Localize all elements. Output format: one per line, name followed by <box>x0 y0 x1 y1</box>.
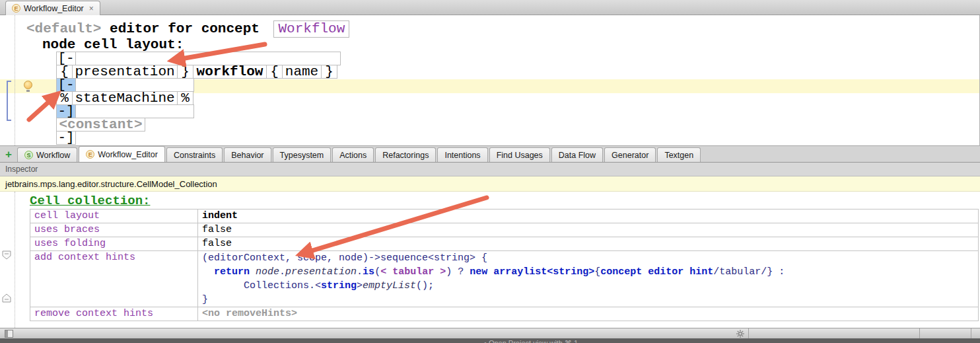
code-line: Collections.<string>emptyList(); <box>202 279 974 293</box>
code-line: } <box>202 293 974 307</box>
cell-empty[interactable] <box>75 52 341 65</box>
code-line: (editorContext, scope, node)->sequence<s… <box>202 251 974 265</box>
code-token: (editorContext, scope, node)->sequence<s… <box>202 252 487 264</box>
code-token: } <box>202 294 208 305</box>
inspector-gutter <box>15 192 15 328</box>
aspect-tab-generator[interactable]: Generator <box>604 147 656 162</box>
aspect-tab-textgen[interactable]: Textgen <box>657 147 701 162</box>
concept-reference[interactable]: Workflow <box>273 20 349 38</box>
aspect-tab-constraints[interactable]: Constraints <box>166 147 223 162</box>
prop-add-context-hints-label: add context hints <box>30 250 198 307</box>
new-arraylist-keyword: new arraylist<string> <box>470 266 594 278</box>
bottom-hint-strip: • Open Project view with ⌘ 1 <box>0 338 980 343</box>
aspect-tab-find-usages[interactable]: Find Usages <box>489 147 550 162</box>
tab-label: Behavior <box>231 151 263 160</box>
cell-workflow-keyword[interactable]: workflow <box>193 65 267 79</box>
tab-label: Actions <box>339 151 367 160</box>
cell-brace-open2[interactable]: { <box>266 65 283 79</box>
cell-close-inner-selected[interactable]: -] <box>56 104 76 118</box>
aspect-tab-workflow[interactable]: S Workflow <box>17 147 77 162</box>
intention-bulb-icon[interactable] <box>24 81 32 89</box>
selection-scope-bracket <box>7 81 11 121</box>
background-tasks-icon[interactable] <box>736 329 745 338</box>
fold-end-marker-icon[interactable] <box>2 293 12 303</box>
fold-start-marker-icon[interactable] <box>2 250 12 260</box>
structure-aspect-icon: S <box>24 151 33 159</box>
prop-remove-context-hints-value[interactable]: <no removeHints> <box>197 307 979 321</box>
cell-open-outer[interactable]: [- <box>56 52 76 65</box>
node-cell-layout-label: node cell layout: <box>42 37 184 52</box>
cell-statemachine[interactable]: stateMachine <box>72 91 178 105</box>
constant-row: <constant> <box>56 118 341 132</box>
string-keyword: string <box>321 280 357 291</box>
tab-label: Refactorings <box>382 151 429 160</box>
cell-close-outer[interactable]: -] <box>56 131 76 145</box>
clipped-hint-text: • Open Project view with ⌘ 1 <box>484 339 578 343</box>
code-token: Collections.< <box>202 280 321 291</box>
prop-remove-context-hints-label: remove context hints <box>30 307 198 321</box>
aspect-tab-actions[interactable]: Actions <box>332 147 374 162</box>
code-token: > <box>357 280 363 291</box>
tab-label: Intentions <box>444 151 480 160</box>
status-separator <box>919 328 920 338</box>
editor-aspect-icon: E <box>86 150 94 159</box>
outer-collection-open-row: [- <box>56 52 341 65</box>
cell-name[interactable]: name <box>282 65 322 79</box>
aspect-tab-behavior[interactable]: Behavior <box>224 147 271 162</box>
tab-label: Typesystem <box>280 151 324 160</box>
inspector-panel-title: Inspector <box>0 163 980 176</box>
code-token: ( <box>374 266 380 278</box>
aspect-tab-workflow-editor[interactable]: E Workflow_Editor <box>79 146 165 162</box>
cell-brace-close2[interactable]: } <box>321 65 337 79</box>
inspector-node-path: jetbrains.mps.lang.editor.structure.Cell… <box>0 176 980 192</box>
tab-label: Generator <box>612 151 648 160</box>
context-hints-code[interactable]: (editorContext, scope, node)->sequence<s… <box>202 251 974 307</box>
toggle-panel-icon[interactable] <box>5 330 13 338</box>
code-line: return node.presentation.is(< tabular >)… <box>202 265 974 279</box>
cell-percent-close[interactable]: % <box>177 91 193 105</box>
editor-pane: <default> editor for concept Workflow no… <box>0 15 980 146</box>
outer-collection-close-row: -] <box>56 131 341 145</box>
aspect-tab-data-flow[interactable]: Data Flow <box>551 147 603 162</box>
code-token: /tabular/} : <box>713 266 785 278</box>
aspect-tab-refactorings[interactable]: Refactorings <box>375 147 436 162</box>
status-bar <box>0 328 980 338</box>
code-token: . <box>357 266 363 278</box>
cell-collection-heading: Cell collection: <box>30 194 150 208</box>
cell-open-inner-selected[interactable]: [- <box>56 78 76 92</box>
prop-add-context-hints-value[interactable]: (editorContext, scope, node)->sequence<s… <box>197 250 979 307</box>
tab-label: Constraints <box>174 151 215 160</box>
tab-label: Workflow_Editor <box>24 4 84 13</box>
editor-aspect-icon: E <box>12 4 20 13</box>
close-icon[interactable]: × <box>89 4 94 13</box>
default-editor-label: <default> <box>26 21 101 36</box>
editor-declaration-line: <default> editor for concept Workflow <box>26 20 349 38</box>
status-separator <box>971 328 971 338</box>
cell-brace-close[interactable]: } <box>177 65 193 79</box>
aspect-tab-typesystem[interactable]: Typesystem <box>273 147 332 162</box>
tab-label: Textgen <box>664 151 693 160</box>
cell-percent-open[interactable]: % <box>56 91 73 105</box>
aspect-tab-intentions[interactable]: Intentions <box>437 147 487 162</box>
add-aspect-button[interactable]: + <box>0 147 17 162</box>
tab-label: Workflow <box>36 151 70 160</box>
cell-constant[interactable]: <constant> <box>56 118 145 132</box>
editor-tab-bar: E Workflow_Editor × <box>0 0 980 15</box>
property-row: remove context hints <no removeHints> <box>30 307 979 321</box>
status-separator <box>748 328 749 338</box>
cell-presentation[interactable]: presentation <box>72 65 178 79</box>
open-file-tab-workflow-editor[interactable]: E Workflow_Editor × <box>5 1 100 15</box>
prop-uses-folding-value[interactable]: false <box>197 237 979 251</box>
tab-label: Find Usages <box>497 151 543 160</box>
prop-uses-braces-value[interactable]: false <box>197 223 979 237</box>
inspector-pane: Cell collection: cell layout indent uses… <box>0 192 980 328</box>
code-token: presentation <box>285 266 357 278</box>
cell-empty[interactable] <box>75 104 194 118</box>
property-row: uses braces false <box>30 223 979 237</box>
prop-cell-layout-value[interactable]: indent <box>197 209 979 223</box>
cell-brace-open[interactable]: { <box>56 65 73 79</box>
cell-empty[interactable] <box>75 78 194 92</box>
inner-collection-open-row: [- <box>56 78 341 92</box>
tab-label: Data Flow <box>559 151 596 160</box>
code-token <box>202 266 214 278</box>
